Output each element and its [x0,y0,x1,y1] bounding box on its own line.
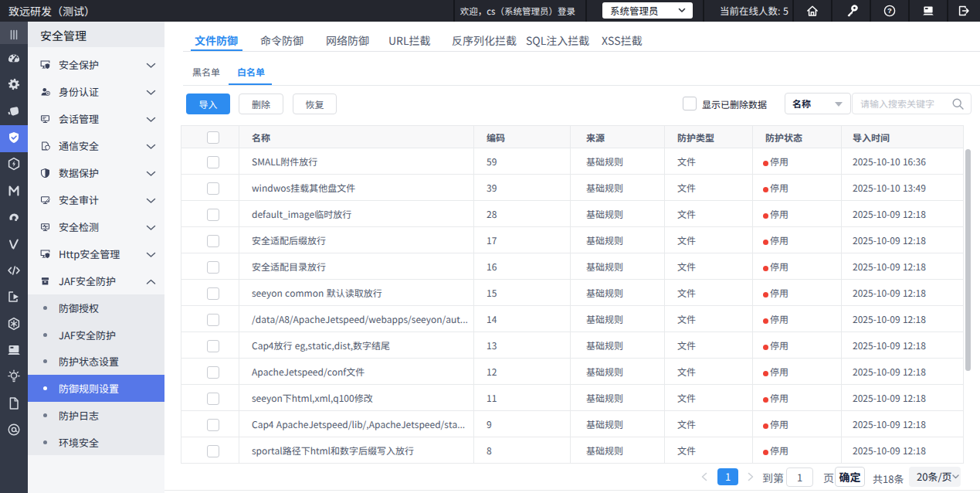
svg-text:?: ? [887,6,892,15]
